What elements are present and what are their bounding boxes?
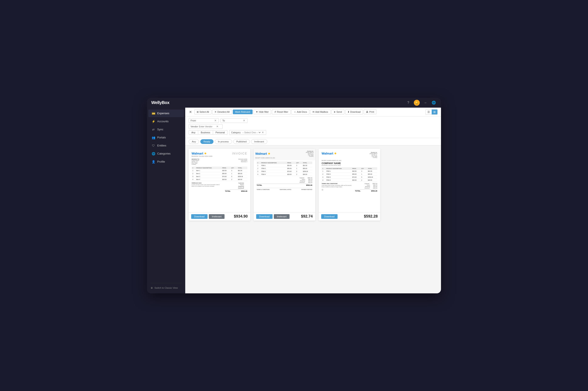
inv3-col-qty: QTY <box>360 167 367 170</box>
reset-filter-button[interactable]: ↺ Reset filter <box>272 109 291 114</box>
invoice-card-2: Walmart ✸ Invoice to: JOHN SMITH 123 GL … <box>254 149 315 220</box>
category-select[interactable]: – Select One – <box>241 131 261 134</box>
invoice-content-2: Walmart ✸ Invoice to: JOHN SMITH 123 GL … <box>254 149 315 193</box>
walmart-spark-1: ✸ <box>204 152 207 155</box>
inv1-row2-qty: 1 <box>231 172 237 175</box>
inv1-row4-desc: Item 4 <box>195 178 222 181</box>
status-tab-any[interactable]: Any <box>189 139 199 144</box>
inv1-col-desc: Product Description <box>195 167 222 169</box>
print-icon: 🖶 <box>366 111 368 113</box>
hide-filter-button[interactable]: ▼ Hide filter <box>253 109 271 114</box>
inv2-r1-qty: 3 <box>295 164 302 167</box>
inv3-header: Walmart ✸ Invoice to: JOHN SMITH 123 GL … <box>322 152 377 158</box>
inv1-notes-block: Additional notes Ut enim ad minim veniam… <box>192 182 222 192</box>
help-icon[interactable]: ? <box>405 100 411 106</box>
inv1-row1-desc: Item 1 <box>195 169 222 172</box>
inv2-col-total: Total <box>302 162 312 164</box>
inv2-subtotal-label: Subtotal <box>300 177 304 179</box>
from-date-input[interactable] <box>197 119 214 122</box>
inv3-subtotal-val: $531.50 <box>373 183 377 184</box>
card1-download-button[interactable]: Download <box>191 214 208 219</box>
send-button[interactable]: ➤ Send <box>331 109 344 114</box>
invoice-preview-1: Walmart ✸ BRANDING TAGLINE SPACE HERE IN… <box>189 149 250 212</box>
status-tab-published[interactable]: Published <box>233 139 250 144</box>
inv1-taxes-label: Taxes <box>240 184 244 186</box>
inv3-r3-price: $70.00 <box>351 176 360 179</box>
inv1-col-num: # <box>192 167 195 169</box>
inv1-table: # Product Description Price Qty Total <box>192 167 247 181</box>
inv3-terms-block: TERMS AND CONDITIONS Lorem ipsum dolor s… <box>322 183 352 192</box>
select-all-button[interactable]: ⊞ Select All <box>194 109 211 114</box>
inv2-r2-qty: 1 <box>295 167 302 170</box>
from-date-clear[interactable]: ✕ <box>214 119 217 122</box>
sidebar-item-sync[interactable]: ⇄ Sync <box>148 126 184 133</box>
inv2-r1-desc: ITEM 1 <box>260 164 287 167</box>
card2-irrelevant-button[interactable]: Irrelevant <box>274 214 290 219</box>
type-business-button[interactable]: Business <box>198 130 213 135</box>
inv2-r4-qty: 2 <box>295 173 302 176</box>
add-mailbox-button[interactable]: ✉ Add Mailbox <box>310 109 331 114</box>
add-docs-button[interactable]: ＋ Add Docs <box>291 109 310 115</box>
card3-download-button[interactable]: Download <box>321 214 338 219</box>
table-row: 4 ITEM 4 $30.00 2 $40.00 <box>322 179 377 182</box>
inv3-r1-total: $91.50 <box>367 170 377 173</box>
sidebar-item-portals[interactable]: 👥 Portals <box>148 134 184 141</box>
inv2-subtotal-val: $881.50 <box>308 177 312 179</box>
inv1-tagline: BRANDING TAGLINE SPACE HERE <box>192 156 213 157</box>
toolbar: ✕ ⊞ Select All ✕ Deselect All Mark Relev… <box>185 108 441 116</box>
send-icon: ➤ <box>334 111 336 113</box>
inv1-row2-price: $50.00 <box>221 172 231 175</box>
inv1-bill-name: Lorem Ipsum123 St., st.,City, StateCount… <box>192 160 200 165</box>
mark-relevant-button[interactable]: Mark Relevant <box>233 109 252 114</box>
vendor-input[interactable] <box>199 125 216 128</box>
vendor-clear[interactable]: ✕ <box>216 125 219 128</box>
category-clear[interactable]: ✕ <box>261 131 264 134</box>
inv3-taxes-row: Taxes $63.78 <box>355 185 377 186</box>
sidebar-item-expenses[interactable]: 💳 Expenses <box>148 109 184 117</box>
language-icon[interactable]: 🌐 <box>431 100 437 106</box>
sidebar-item-categories[interactable]: 🌐 Categories <box>148 150 184 158</box>
status-tab-in-process[interactable]: In process <box>215 139 232 144</box>
sidebar-item-profile[interactable]: 👤 Profile <box>148 158 184 166</box>
list-view-button[interactable]: ☰ <box>426 109 432 114</box>
invoice-card-3: Walmart ✸ Invoice to: JOHN SMITH 123 GL … <box>319 149 380 220</box>
forward-icon[interactable]: → <box>422 100 428 106</box>
inv3-terms-label: TERMS AND CONDITIONS <box>322 183 352 184</box>
inv3-discount-row: Discount -$15.00 <box>355 188 377 189</box>
vendor-wrap: Vendor ✕ <box>189 124 223 129</box>
to-date-input[interactable] <box>226 119 242 122</box>
table-row: 1 ITEM 1 $30.50 3 $91.50 <box>322 170 377 173</box>
inv2-r1-total: $91.50 <box>302 164 312 167</box>
table-row: 4 ITEM 4 $20.00 2 $40.00 <box>257 173 312 176</box>
type-any-button[interactable]: Any <box>189 130 198 135</box>
walmart-text-1: Walmart <box>192 152 203 155</box>
inv3-col-desc: Product Description <box>326 167 352 170</box>
sidebar-item-accounts[interactable]: ⚡ Accounts <box>148 118 184 125</box>
walmart-spark-2: ✸ <box>268 152 270 155</box>
deselect-all-button[interactable]: ✕ Deselect All <box>212 109 232 114</box>
add-docs-label: Add Docs <box>297 111 307 113</box>
switch-classic-view[interactable]: 🖥 Switch to Classic View <box>147 285 185 291</box>
close-button[interactable]: ✕ <box>189 109 192 114</box>
inv2-r2-num: 2 <box>257 167 260 170</box>
user-avatar[interactable]: 🔔 <box>414 100 420 106</box>
mailbox-icon: ✉ <box>313 111 314 113</box>
inv3-r1-qty: 3 <box>360 170 367 173</box>
status-tab-ready[interactable]: Ready <box>200 139 214 144</box>
download-button[interactable]: ⬇ Download <box>345 109 363 114</box>
grid-view-button[interactable]: ⊞ <box>432 109 437 114</box>
type-personal-button[interactable]: Personal <box>213 130 228 135</box>
to-date-clear[interactable]: ✕ <box>242 119 245 122</box>
card1-irrelevant-button[interactable]: Irrelevant <box>209 214 225 219</box>
card2-download-button[interactable]: Download <box>256 214 272 219</box>
status-tab-irrelevant[interactable]: Irrelevant <box>251 139 267 144</box>
inv1-totals: Subtotal Taxes Shipping <box>225 182 247 192</box>
inv3-total-row: TOTAL $592.28 <box>355 189 377 192</box>
invoice-preview-2: Walmart ✸ Invoice to: JOHN SMITH 123 GL … <box>254 149 315 212</box>
print-button[interactable]: 🖶 Print <box>364 109 376 114</box>
table-row: 3 ITEM 3 $70.00 5 $350.00 <box>322 176 377 179</box>
select-all-label: Select All <box>200 111 209 113</box>
sidebar-item-entities[interactable]: 🛡 Entities <box>148 142 184 149</box>
sidebar-item-sync-label: Sync <box>157 128 163 131</box>
inv1-row3-desc: Item 3 <box>195 175 222 178</box>
